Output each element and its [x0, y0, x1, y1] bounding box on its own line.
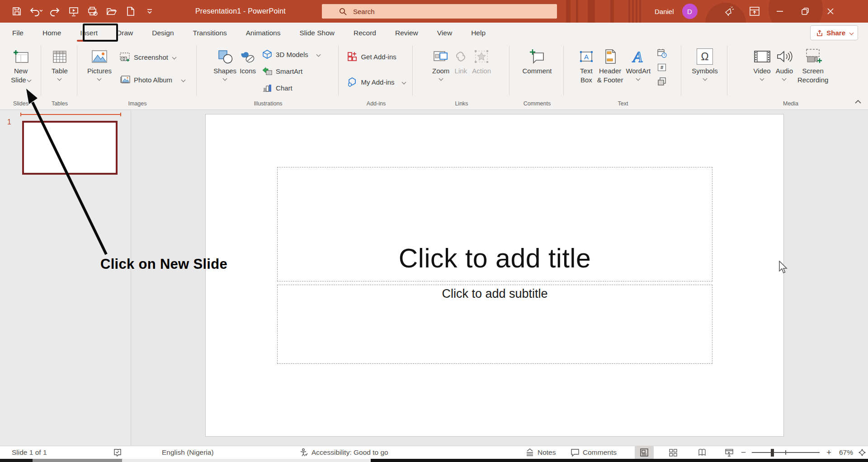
- pictures-icon: [91, 49, 108, 64]
- zoom-button[interactable]: Zoom: [432, 45, 449, 80]
- open-file-button[interactable]: [104, 4, 119, 19]
- tab-transitions[interactable]: Transitions: [184, 23, 236, 43]
- zoom-level[interactable]: 67%: [839, 446, 853, 459]
- language-label: English (Nigeria): [162, 448, 214, 457]
- notes-button[interactable]: Notes: [525, 446, 556, 459]
- coming-soon-button[interactable]: [717, 0, 742, 23]
- slide-canvas[interactable]: Click to add title Click to add subtitle: [205, 114, 784, 437]
- new-file-button[interactable]: [123, 4, 138, 19]
- screenshot-button[interactable]: Screenshot: [116, 50, 188, 64]
- chart-button[interactable]: Chart: [259, 81, 323, 95]
- print-preview-button[interactable]: [85, 4, 100, 19]
- search-placeholder: Search: [353, 8, 375, 15]
- symbols-chevron-icon: [703, 76, 707, 81]
- editing-canvas: Click to add title Click to add subtitle: [131, 110, 868, 446]
- tab-record[interactable]: Record: [344, 23, 386, 43]
- titlebar-decor-stripe: [566, 0, 571, 23]
- screen-recording-button[interactable]: Screen Recording: [797, 45, 828, 85]
- restore-button[interactable]: [793, 0, 818, 23]
- group-label-addins: Add-ins: [340, 100, 412, 107]
- tab-review[interactable]: Review: [386, 23, 428, 43]
- collapse-ribbon-button[interactable]: [854, 98, 862, 106]
- group-separator: [727, 46, 727, 95]
- smartart-button[interactable]: SmartArt: [259, 64, 323, 78]
- comments-panel-button[interactable]: Comments: [571, 446, 617, 459]
- slide-indicator[interactable]: Slide 1 of 1: [12, 446, 47, 459]
- account-area[interactable]: Daniel D: [655, 0, 698, 23]
- tab-view-label: View: [437, 29, 452, 37]
- slide-show-view-button[interactable]: [720, 446, 739, 459]
- shapes-button[interactable]: Shapes: [213, 45, 236, 80]
- tab-insert-label: Insert: [80, 29, 98, 37]
- zoom-slider-thumb[interactable]: [771, 449, 774, 457]
- minimize-button[interactable]: [767, 0, 793, 23]
- slide-number-button[interactable]: #: [656, 62, 668, 73]
- comment-button[interactable]: Comment: [522, 45, 552, 76]
- language-button[interactable]: English (Nigeria): [162, 446, 214, 459]
- header-footer-button[interactable]: Header & Footer: [597, 45, 623, 85]
- slide-thumbnail-panel[interactable]: 1: [0, 110, 131, 446]
- tab-animations[interactable]: Animations: [236, 23, 290, 43]
- tab-help[interactable]: Help: [462, 23, 495, 43]
- title-placeholder[interactable]: Click to add title: [277, 167, 712, 281]
- start-from-beginning-button[interactable]: [66, 4, 81, 19]
- tab-design[interactable]: Design: [142, 23, 183, 43]
- wordart-button[interactable]: A WordArt: [626, 45, 651, 80]
- search-box[interactable]: Search: [322, 4, 557, 19]
- avatar[interactable]: D: [682, 4, 698, 19]
- video-button[interactable]: Video: [753, 45, 771, 80]
- tab-file[interactable]: File: [3, 23, 33, 43]
- reading-view-icon: [698, 448, 707, 457]
- tab-insert[interactable]: Insert: [71, 23, 107, 43]
- screenshot-chevron-icon: [172, 55, 177, 59]
- share-button[interactable]: Share: [810, 25, 858, 40]
- tab-draw-label: Draw: [117, 29, 133, 37]
- group-slides: New Slide Slides: [1, 43, 41, 110]
- ribbon-display-options-button[interactable]: [742, 0, 767, 23]
- undo-button[interactable]: [28, 4, 43, 19]
- bottom-edge-segment: [0, 459, 33, 462]
- zoom-out-button[interactable]: −: [741, 446, 746, 459]
- customize-quick-access-button[interactable]: [142, 4, 157, 19]
- table-chevron-icon: [57, 76, 62, 81]
- fit-slide-to-window-button[interactable]: [858, 446, 866, 459]
- object-button[interactable]: [656, 76, 668, 87]
- video-label: Video: [754, 67, 771, 76]
- symbols-button[interactable]: Ω Symbols: [692, 45, 718, 80]
- my-addins-button[interactable]: My Add-ins: [344, 75, 408, 89]
- photo-album-button[interactable]: Photo Album: [116, 73, 188, 86]
- accessibility-button[interactable]: Accessibility: Good to go: [299, 446, 388, 459]
- tab-draw[interactable]: Draw: [107, 23, 142, 43]
- slide-sorter-view-button[interactable]: [664, 446, 683, 459]
- close-button[interactable]: [818, 0, 843, 23]
- photo-album-icon: [119, 75, 131, 85]
- redo-button[interactable]: [47, 4, 62, 19]
- text-box-button[interactable]: A Text Box: [578, 45, 594, 85]
- zoom-in-button[interactable]: +: [826, 446, 831, 459]
- slide-thumbnail[interactable]: [22, 121, 118, 175]
- date-time-button[interactable]: [656, 48, 668, 59]
- group-illustrations: Shapes Icons 3D Models: [198, 43, 338, 110]
- pictures-button[interactable]: Pictures: [87, 45, 112, 80]
- normal-view-button[interactable]: [635, 446, 654, 459]
- tab-slide-show[interactable]: Slide Show: [290, 23, 344, 43]
- slide-insertion-indicator: [20, 114, 121, 115]
- get-addins-button[interactable]: Get Add-ins: [344, 49, 408, 64]
- save-button[interactable]: [9, 4, 24, 19]
- table-icon: [52, 49, 67, 64]
- 3d-models-button[interactable]: 3D Models: [259, 48, 323, 61]
- table-button[interactable]: Table: [52, 45, 68, 80]
- tab-home[interactable]: Home: [33, 23, 71, 43]
- reading-view-button[interactable]: [693, 446, 712, 459]
- group-label-slides: Slides: [1, 100, 41, 107]
- screen-recording-icon: [803, 48, 823, 65]
- group-label-text: Text: [565, 100, 681, 107]
- tab-animations-label: Animations: [246, 29, 281, 37]
- new-slide-button[interactable]: New Slide: [11, 45, 30, 85]
- tab-view[interactable]: View: [428, 23, 462, 43]
- subtitle-placeholder[interactable]: Click to add subtitle: [277, 285, 712, 364]
- group-separator: [509, 46, 509, 95]
- spell-check-button[interactable]: [113, 446, 122, 459]
- icons-button[interactable]: Icons: [239, 45, 256, 76]
- audio-button[interactable]: Audio: [776, 45, 793, 80]
